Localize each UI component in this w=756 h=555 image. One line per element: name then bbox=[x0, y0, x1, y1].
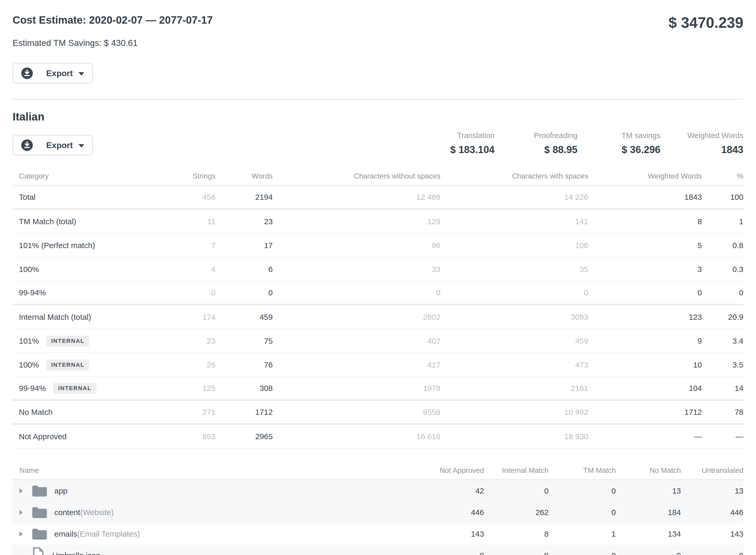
table-row: Internal Match (total)174459280230931232… bbox=[13, 305, 743, 329]
column-header-chars-with-spaces: Characters with spaces bbox=[441, 172, 588, 180]
stat-item: TM savings$ 36.296 bbox=[578, 131, 660, 156]
export-button[interactable]: Export bbox=[13, 63, 93, 84]
cell-weighted: 1712 bbox=[588, 408, 702, 417]
cell-chars-with: 106 bbox=[441, 241, 588, 250]
page-header-left: Cost Estimate: 2020-02-07 — 2077-07-17 E… bbox=[13, 14, 213, 84]
total-cost: $ 3470.239 bbox=[669, 15, 743, 30]
cell-chars-with: 459 bbox=[441, 337, 588, 345]
chevron-down-icon bbox=[79, 144, 84, 147]
cell-chars-without: 9558 bbox=[273, 408, 441, 417]
cell-value: 13 bbox=[681, 486, 743, 496]
table-row: 101% (Perfect match)7179610650.8 bbox=[13, 233, 743, 258]
category-cell: Not Approved bbox=[13, 432, 133, 441]
stat-item: Weighted Words1843 bbox=[660, 131, 743, 156]
language-section-header: Italian Export Translation$ 183.104Proof… bbox=[13, 110, 743, 156]
cell-chars-without: 417 bbox=[273, 360, 441, 370]
cost-stats: Translation$ 183.104Proofreading$ 88.95T… bbox=[412, 131, 743, 156]
cell-weighted: 9 bbox=[588, 337, 702, 345]
table-row: Total456219412 48914 2261843100 bbox=[13, 186, 743, 210]
chevron-down-icon bbox=[79, 72, 84, 76]
cell-value: 0 bbox=[549, 486, 616, 496]
column-header-no-match: No Match bbox=[616, 466, 681, 475]
cell-value: 0 bbox=[549, 508, 616, 517]
cell-value: 9 bbox=[681, 551, 743, 555]
file-name: content bbox=[54, 508, 80, 517]
expand-caret-icon[interactable] bbox=[19, 531, 23, 537]
file-row[interactable]: app42001313 bbox=[13, 480, 743, 502]
table-row: 101%INTERNAL237540745993.4 bbox=[13, 329, 743, 353]
cell-words: 17 bbox=[216, 241, 273, 250]
cell-words: 75 bbox=[216, 337, 273, 345]
folder-icon bbox=[31, 484, 47, 498]
expand-caret-icon[interactable] bbox=[19, 510, 23, 515]
cell-percent: 100 bbox=[702, 193, 743, 202]
file-row[interactable]: JSONUmbrella.json99009 bbox=[13, 545, 743, 555]
file-name: Umbrella.json bbox=[52, 551, 100, 555]
category-cell: 101% (Perfect match) bbox=[13, 241, 133, 250]
cell-value: 13 bbox=[616, 486, 681, 496]
cell-strings: 456 bbox=[133, 193, 216, 202]
tm-savings-line: Estimated TM Savings: $ 430.61 bbox=[13, 38, 213, 48]
cell-words: 2194 bbox=[216, 193, 273, 202]
category-label: TM Match (total) bbox=[19, 217, 76, 226]
file-row[interactable]: content(Website)4462620184446 bbox=[13, 502, 743, 523]
download-icon bbox=[21, 67, 33, 79]
file-name: app bbox=[54, 486, 68, 496]
cell-words: 2965 bbox=[216, 432, 273, 441]
category-cell: No Match bbox=[13, 408, 133, 417]
cell-percent: 0.8 bbox=[702, 241, 743, 250]
category-label: 99-94% bbox=[19, 288, 46, 297]
category-label: Total bbox=[19, 193, 36, 202]
cell-value: 0 bbox=[616, 551, 681, 555]
file-row[interactable]: emails(Email Templates)14381134143 bbox=[13, 523, 743, 545]
table-row: No Match2711712955810 992171278 bbox=[13, 401, 743, 425]
cell-chars-with: 18 930 bbox=[441, 432, 588, 441]
category-table-header: Category Strings Words Characters withou… bbox=[13, 167, 743, 186]
file-name-cell: content(Website) bbox=[13, 506, 418, 519]
category-label: Internal Match (total) bbox=[19, 313, 91, 322]
column-header-percent: % bbox=[702, 172, 743, 180]
cell-strings: 125 bbox=[133, 384, 216, 393]
category-cell: 100% bbox=[13, 265, 133, 274]
cell-value: 446 bbox=[418, 508, 484, 517]
language-export-button[interactable]: Export bbox=[13, 135, 93, 156]
cell-chars-without: 96 bbox=[273, 241, 441, 250]
table-row: 99-94%INTERNAL1253081978216110414 bbox=[13, 377, 743, 401]
cell-strings: 653 bbox=[133, 432, 216, 441]
cost-estimate-page: Cost Estimate: 2020-02-07 — 2077-07-17 E… bbox=[0, 0, 756, 555]
cell-percent: 14 bbox=[702, 384, 743, 393]
column-header-words: Words bbox=[216, 172, 273, 180]
page-title: Cost Estimate: 2020-02-07 — 2077-07-17 bbox=[13, 14, 213, 26]
cell-words: 459 bbox=[216, 313, 273, 322]
stat-item: Proofreading$ 88.95 bbox=[495, 131, 578, 156]
column-header-chars-without-spaces: Characters without spaces bbox=[273, 172, 441, 180]
cell-strings: 174 bbox=[133, 313, 216, 322]
category-cell: 101%INTERNAL bbox=[13, 336, 133, 347]
cell-strings: 26 bbox=[133, 360, 216, 370]
table-row: TM Match (total)112312914181 bbox=[13, 210, 743, 233]
cell-chars-with: 3093 bbox=[441, 313, 588, 322]
stat-label: Proofreading bbox=[495, 131, 578, 140]
stat-value: $ 36.296 bbox=[578, 144, 660, 156]
cell-percent: — bbox=[702, 432, 743, 441]
stat-label: TM savings bbox=[578, 131, 660, 140]
expand-caret-icon[interactable] bbox=[19, 488, 23, 494]
folder-icon bbox=[31, 506, 47, 519]
cell-value: 143 bbox=[418, 529, 484, 539]
category-label: No Match bbox=[19, 408, 52, 417]
cell-value: 262 bbox=[484, 508, 549, 517]
cell-value: 0 bbox=[549, 551, 616, 555]
internal-badge: INTERNAL bbox=[46, 336, 89, 347]
category-cell: TM Match (total) bbox=[13, 217, 133, 226]
cell-chars-with: 10 992 bbox=[441, 408, 588, 417]
cell-value: 446 bbox=[681, 508, 743, 517]
cell-value: 143 bbox=[681, 529, 743, 539]
cell-weighted: 0 bbox=[588, 288, 702, 297]
category-cell: 99-94%INTERNAL bbox=[13, 383, 133, 394]
cell-weighted: 10 bbox=[588, 360, 702, 370]
column-header-weighted-words: Weighted Words bbox=[588, 172, 702, 180]
internal-badge: INTERNAL bbox=[46, 359, 89, 371]
table-row: Not Approved653296516 61618 930—— bbox=[13, 425, 743, 449]
category-cell: 99-94% bbox=[13, 288, 133, 297]
cell-chars-with: 141 bbox=[441, 217, 588, 226]
